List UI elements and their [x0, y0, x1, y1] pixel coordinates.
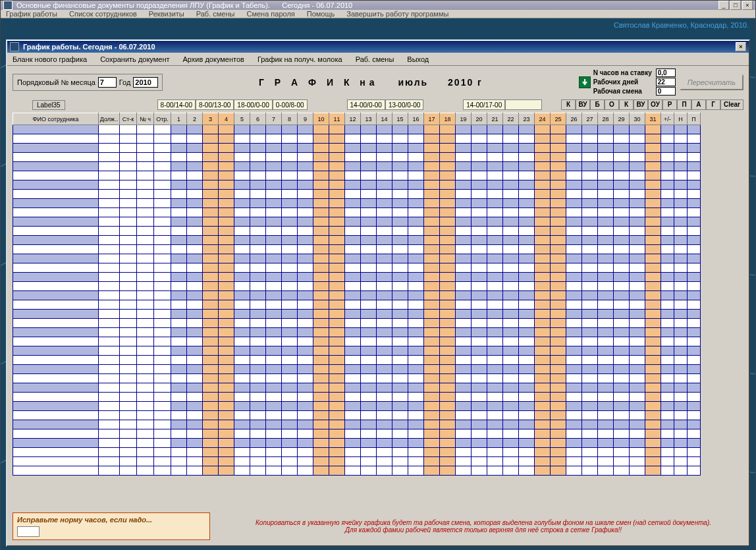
code-button[interactable]: О: [605, 99, 619, 110]
day-header[interactable]: 5: [234, 113, 250, 125]
day-header[interactable]: 6: [250, 113, 266, 125]
column-header[interactable]: +/-: [661, 113, 674, 125]
shift-cell[interactable]: 14-00/17-00: [463, 99, 505, 110]
shift-cell[interactable]: 8-00/13-00: [196, 99, 234, 110]
code-button[interactable]: Р: [662, 99, 677, 110]
table-row[interactable]: [13, 300, 701, 310]
minimize-icon[interactable]: _: [718, 1, 729, 10]
table-row[interactable]: [13, 273, 701, 282]
menu-shifts[interactable]: Раб. смены: [196, 10, 235, 18]
hours-input[interactable]: [656, 69, 676, 77]
day-header[interactable]: 26: [566, 113, 582, 125]
column-header[interactable]: Ст-к: [120, 113, 137, 125]
table-row[interactable]: [13, 190, 701, 199]
day-header[interactable]: 29: [614, 113, 630, 125]
column-header[interactable]: ФИО сотрудника: [13, 113, 99, 125]
table-row[interactable]: [13, 346, 701, 356]
day-header[interactable]: 3: [203, 113, 219, 125]
table-row[interactable]: [13, 328, 701, 337]
column-header[interactable]: № ч: [137, 113, 154, 125]
recalc-button[interactable]: Пересчитать: [680, 74, 743, 90]
menu-help[interactable]: Помощь: [307, 10, 335, 18]
table-row[interactable]: [13, 208, 701, 217]
menu-save[interactable]: Сохранить документ: [100, 55, 169, 63]
table-row[interactable]: [13, 374, 701, 383]
day-header[interactable]: 8: [282, 113, 298, 125]
code-button[interactable]: ВУ: [634, 99, 648, 110]
table-row[interactable]: [13, 227, 701, 236]
table-row[interactable]: [13, 429, 701, 439]
shift-cell[interactable]: 0-00/8-00: [273, 99, 308, 110]
day-header[interactable]: 1: [171, 113, 187, 125]
day-header[interactable]: 22: [503, 113, 519, 125]
clear-button[interactable]: Clear: [720, 99, 743, 110]
column-header[interactable]: Отр.: [154, 113, 171, 125]
day-header[interactable]: 27: [582, 113, 598, 125]
table-row[interactable]: [13, 411, 701, 420]
table-row[interactable]: [13, 356, 701, 365]
table-row[interactable]: [13, 245, 701, 254]
shift-cell[interactable]: 18-00/0-00: [234, 99, 272, 110]
day-header[interactable]: 19: [456, 113, 472, 125]
day-header[interactable]: 24: [535, 113, 551, 125]
menu-exit-inner[interactable]: Выход: [407, 55, 429, 63]
table-row[interactable]: [13, 310, 701, 319]
code-button[interactable]: ВУ: [576, 99, 590, 110]
table-row[interactable]: [13, 144, 701, 153]
menu-archive[interactable]: Архив документов: [183, 55, 244, 63]
day-header[interactable]: 4: [219, 113, 234, 125]
table-row[interactable]: [13, 153, 701, 162]
day-header[interactable]: 10: [313, 113, 329, 125]
table-row[interactable]: [13, 291, 701, 300]
table-row[interactable]: [13, 282, 701, 291]
day-header[interactable]: 11: [329, 113, 345, 125]
menu-milk[interactable]: График на получ. молока: [257, 55, 342, 63]
table-row[interactable]: [13, 365, 701, 374]
table-row[interactable]: [13, 134, 701, 144]
table-row[interactable]: [13, 162, 701, 171]
table-row[interactable]: [13, 466, 701, 476]
day-header[interactable]: 30: [630, 113, 645, 125]
day-header[interactable]: 15: [392, 113, 408, 125]
table-row[interactable]: [13, 199, 701, 208]
shift-cell[interactable]: 13-00/0-00: [385, 99, 423, 110]
table-row[interactable]: [13, 420, 701, 429]
table-row[interactable]: [13, 263, 701, 273]
day-header[interactable]: 20: [472, 113, 487, 125]
column-header[interactable]: П: [688, 113, 701, 125]
day-header[interactable]: 18: [440, 113, 456, 125]
code-button[interactable]: П: [677, 99, 691, 110]
day-header[interactable]: 14: [377, 113, 392, 125]
day-header[interactable]: 9: [298, 113, 313, 125]
table-row[interactable]: [13, 457, 701, 466]
menu-new-blank[interactable]: Бланк нового графика: [13, 55, 87, 63]
table-row[interactable]: [13, 171, 701, 180]
shift-cell[interactable]: 14-00/0-00: [347, 99, 385, 110]
table-row[interactable]: [13, 393, 701, 402]
norm-input[interactable]: [17, 526, 40, 537]
days-input[interactable]: [656, 78, 676, 86]
code-button[interactable]: А: [691, 99, 706, 110]
menu-employees[interactable]: Список сотрудников: [69, 10, 137, 18]
menu-workshifts[interactable]: Раб. смены: [356, 55, 394, 63]
apply-shift-button[interactable]: [579, 76, 591, 88]
day-header[interactable]: 12: [345, 113, 361, 125]
day-header[interactable]: 21: [487, 113, 503, 125]
day-header[interactable]: 28: [598, 113, 614, 125]
code-button[interactable]: К: [561, 99, 576, 110]
column-header[interactable]: Долж..: [99, 113, 120, 125]
table-row[interactable]: [13, 448, 701, 457]
table-row[interactable]: [13, 180, 701, 190]
table-row[interactable]: [13, 383, 701, 393]
shift-input[interactable]: [656, 87, 676, 96]
code-button[interactable]: ОУ: [648, 99, 662, 110]
code-button[interactable]: Б: [590, 99, 605, 110]
maximize-icon[interactable]: □: [730, 1, 741, 10]
table-row[interactable]: [13, 439, 701, 448]
day-header[interactable]: 25: [551, 113, 566, 125]
day-header[interactable]: 17: [424, 113, 440, 125]
day-header[interactable]: 13: [361, 113, 377, 125]
code-button[interactable]: Г: [706, 99, 720, 110]
day-header[interactable]: 16: [408, 113, 424, 125]
day-header[interactable]: 23: [519, 113, 535, 125]
